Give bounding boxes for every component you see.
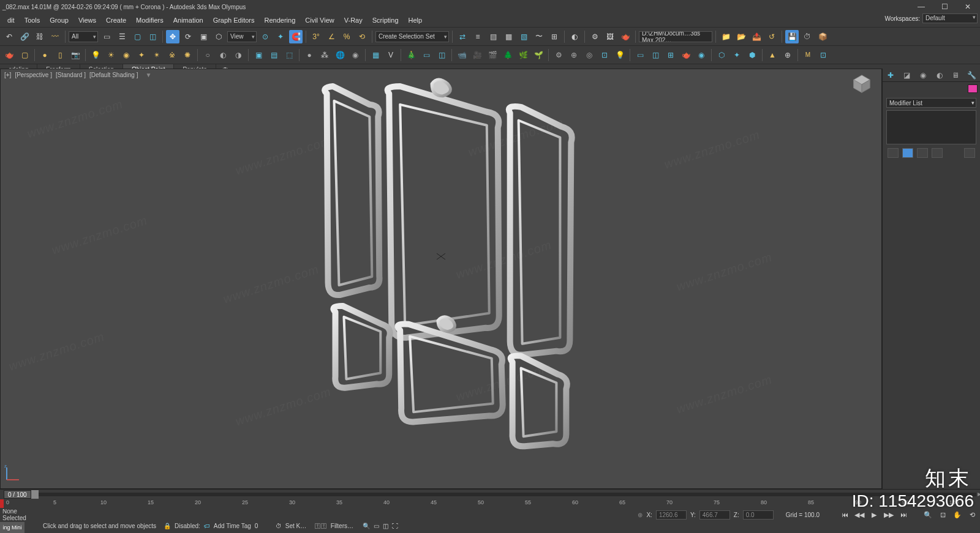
display-tab-icon[interactable]: 🖥: [948, 69, 964, 81]
light2-icon[interactable]: ☀: [104, 48, 118, 62]
plugin3-icon[interactable]: ◫: [435, 48, 448, 62]
helper3-icon[interactable]: ⬚: [282, 48, 296, 62]
util4-icon[interactable]: ⊡: [598, 48, 611, 62]
select-icon[interactable]: ▭: [100, 30, 113, 43]
render-frame-icon[interactable]: 🖼: [603, 30, 617, 43]
pivot-icon[interactable]: ⊙: [258, 30, 272, 43]
utilities-tab-icon[interactable]: 🔧: [964, 69, 981, 81]
menu-tools[interactable]: Tools: [20, 15, 45, 26]
modify-tab-icon[interactable]: ◪: [899, 69, 916, 81]
x-coord[interactable]: 1260.6: [656, 510, 687, 520]
schematic-icon[interactable]: ⊞: [548, 30, 561, 43]
multi-icon[interactable]: ⁂: [318, 48, 331, 62]
selection-filter-dropdown[interactable]: All: [69, 31, 98, 42]
render-setup-icon[interactable]: ⚙: [588, 30, 601, 43]
placement-icon[interactable]: ⬡: [212, 30, 225, 43]
project-path[interactable]: D:\ZHM\Docum…3ds Max 202…: [639, 31, 712, 42]
ext3-icon[interactable]: ⬢: [745, 48, 759, 62]
move-icon[interactable]: ✥: [166, 30, 179, 43]
cam3-icon[interactable]: 🎬: [486, 48, 499, 62]
link-icon[interactable]: 🔗: [18, 30, 31, 43]
current-frame-marker[interactable]: [0, 499, 4, 508]
view1-icon[interactable]: ▭: [633, 48, 647, 62]
curve-editor-icon[interactable]: 〜: [532, 30, 546, 43]
view3-icon[interactable]: ⊞: [664, 48, 677, 62]
light6-icon[interactable]: ※: [165, 48, 179, 62]
ext2-icon[interactable]: ✦: [730, 48, 744, 62]
tree-icon[interactable]: 🌲: [501, 48, 514, 62]
light3-icon[interactable]: ◉: [119, 48, 133, 62]
time-ruler[interactable]: 0510152025303540455055606570758085909510…: [0, 499, 980, 509]
track-knob[interactable]: [31, 490, 39, 499]
light4-icon[interactable]: ✦: [135, 48, 148, 62]
minimize-button[interactable]: —: [914, 2, 929, 11]
z-coord[interactable]: 0.0: [743, 510, 774, 520]
export-icon[interactable]: 📤: [750, 30, 763, 43]
spinner-snap-icon[interactable]: ⟲: [355, 30, 369, 43]
teapot-icon[interactable]: 🫖: [2, 48, 16, 62]
light7-icon[interactable]: ✺: [181, 48, 194, 62]
undo-icon[interactable]: ↶: [2, 30, 16, 43]
show-end-result-icon[interactable]: [902, 148, 913, 158]
menu-views[interactable]: Views: [74, 15, 101, 26]
render-icon[interactable]: 🫖: [619, 30, 632, 43]
cam2-icon[interactable]: 🎥: [470, 48, 484, 62]
menu-civilview[interactable]: Civil View: [300, 15, 339, 26]
bind-icon[interactable]: 〰: [48, 30, 62, 43]
layer-icon[interactable]: ▤: [486, 30, 500, 43]
plugin1-icon[interactable]: 🎄: [404, 48, 418, 62]
mirror-icon[interactable]: ⇄: [456, 30, 469, 43]
menu-grapheditors[interactable]: Graph Editors: [208, 15, 260, 26]
globe-icon[interactable]: 🌐: [333, 48, 347, 62]
menu-rendering[interactable]: Rendering: [260, 15, 301, 26]
menu-edit[interactable]: dit: [2, 15, 20, 26]
sphere-gray-icon[interactable]: ●: [303, 48, 316, 62]
ext4-icon[interactable]: ▲: [766, 48, 779, 62]
menu-vray[interactable]: V-Ray: [339, 15, 368, 26]
workspace-dropdown[interactable]: Default: [922, 13, 978, 23]
angle-snap-icon[interactable]: ∠: [325, 30, 338, 43]
remove-modifier-icon[interactable]: [932, 148, 943, 158]
menu-modifiers[interactable]: Modifiers: [131, 15, 168, 26]
snap-toggle-icon[interactable]: 🧲: [289, 30, 303, 43]
nav-fov-icon[interactable]: ◫: [383, 523, 388, 529]
hierarchy-tab-icon[interactable]: ◉: [915, 69, 932, 81]
snap3-icon[interactable]: 3°: [309, 30, 323, 43]
menu-scripting[interactable]: Scripting: [368, 15, 404, 26]
save-icon[interactable]: 💾: [785, 30, 799, 43]
play-icon[interactable]: ▶: [869, 510, 880, 520]
menu-create[interactable]: Create: [101, 15, 131, 26]
plugin2-icon[interactable]: ▭: [420, 48, 433, 62]
nav-zoomall-icon[interactable]: ⊡: [937, 510, 948, 520]
shape2-icon[interactable]: ◐: [216, 48, 230, 62]
add-time-tag[interactable]: Add Time Tag: [214, 523, 251, 529]
nav-orbit-icon[interactable]: ⟲: [967, 510, 978, 520]
menu-help[interactable]: Help: [404, 15, 428, 26]
light5-icon[interactable]: ✴: [150, 48, 164, 62]
menu-group[interactable]: Group: [45, 15, 74, 26]
cam1-icon[interactable]: 📹: [455, 48, 469, 62]
motion-tab-icon[interactable]: ◐: [932, 69, 948, 81]
helper2-icon[interactable]: ▤: [267, 48, 281, 62]
light1-icon[interactable]: 💡: [89, 48, 102, 62]
modifier-list-dropdown[interactable]: Modifier List: [886, 98, 976, 108]
percent-snap-icon[interactable]: %: [340, 30, 353, 43]
mini-listener[interactable]: ing Mini: [0, 522, 24, 533]
goto-start-icon[interactable]: ⏮: [839, 510, 850, 520]
sphere-icon[interactable]: ●: [38, 48, 51, 62]
nav-pan-icon[interactable]: ✋: [952, 510, 963, 520]
set-key-button[interactable]: Set K…: [285, 523, 311, 529]
time-track[interactable]: ▸: [35, 493, 976, 496]
box-icon[interactable]: ▢: [18, 48, 31, 62]
scale-icon[interactable]: ▣: [197, 30, 210, 43]
util3-icon[interactable]: ◎: [582, 48, 596, 62]
layer-explorer-icon[interactable]: ▦: [502, 30, 515, 43]
time-config-icon[interactable]: ⏱: [276, 523, 282, 529]
view5-icon[interactable]: ◉: [695, 48, 708, 62]
refcoord-dropdown[interactable]: View: [227, 31, 257, 42]
open-icon[interactable]: 📁: [719, 30, 733, 43]
nav-max-icon[interactable]: ⛶: [392, 523, 398, 529]
cylinder-icon[interactable]: ▯: [53, 48, 67, 62]
object-color-swatch[interactable]: [968, 84, 978, 93]
next-frame-icon[interactable]: ▶▶: [883, 510, 894, 520]
